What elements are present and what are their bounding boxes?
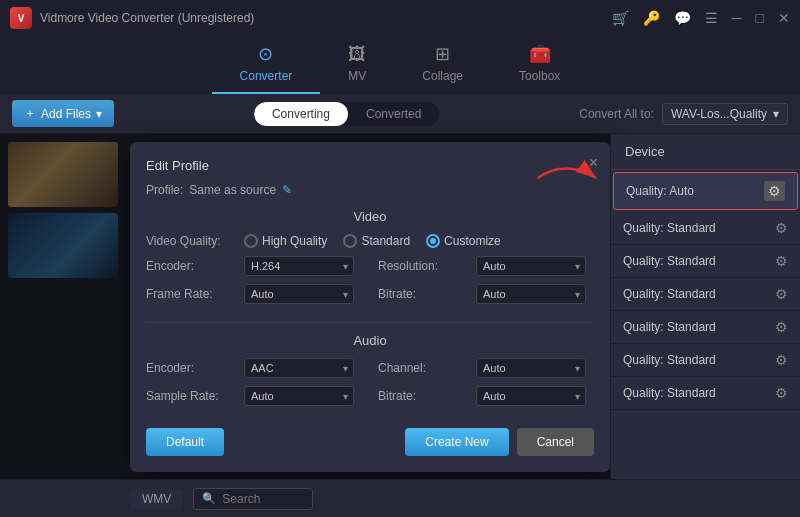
radio-standard[interactable]: Standard xyxy=(343,234,410,248)
encoder-select-wrapper: H.264 xyxy=(244,256,354,276)
audio-col-right: Channel: Auto Bitrate: Auto xyxy=(378,358,594,414)
tab-mv-label: MV xyxy=(348,69,366,83)
title-bar: V Vidmore Video Converter (Unregistered)… xyxy=(0,0,800,36)
gear-icon-0[interactable]: ⚙ xyxy=(764,181,785,201)
video-quality-row: Video Quality: High Quality Standard xyxy=(146,234,594,248)
channel-label: Channel: xyxy=(378,361,468,375)
gear-icon-2[interactable]: ⚙ xyxy=(775,253,788,269)
modal-close-button[interactable]: × xyxy=(589,154,598,172)
tab-mv[interactable]: 🖼 MV xyxy=(320,36,394,94)
modal-footer-right: Create New Cancel xyxy=(405,428,594,456)
search-icon: 🔍 xyxy=(202,492,216,505)
resolution-label: Resolution: xyxy=(378,259,468,273)
audio-encoder-select-wrapper: AAC xyxy=(244,358,354,378)
gear-icon-4[interactable]: ⚙ xyxy=(775,319,788,335)
frame-rate-select-wrapper: Auto xyxy=(244,284,354,304)
device-item-1[interactable]: Quality: Standard ⚙ xyxy=(611,212,800,245)
toolbar-left: ＋ Add Files ▾ xyxy=(12,100,114,127)
tab-converter[interactable]: ⊙ Converter xyxy=(212,36,321,94)
audio-bitrate-select-wrapper: Auto xyxy=(476,386,586,406)
sample-rate-label: Sample Rate: xyxy=(146,389,236,403)
profile-label: Profile: xyxy=(146,183,183,197)
gear-icon-3[interactable]: ⚙ xyxy=(775,286,788,302)
channel-row: Channel: Auto xyxy=(378,358,594,378)
app-title: Vidmore Video Converter (Unregistered) xyxy=(40,11,254,25)
video-bitrate-row: Bitrate: Auto xyxy=(378,284,594,304)
audio-encoder-label: Encoder: xyxy=(146,361,236,375)
menu-icon[interactable]: ☰ xyxy=(705,10,718,26)
sample-rate-row: Sample Rate: Auto xyxy=(146,386,362,406)
device-item-5[interactable]: Quality: Standard ⚙ xyxy=(611,344,800,377)
chat-icon[interactable]: 💬 xyxy=(674,10,691,26)
tab-collage[interactable]: ⊞ Collage xyxy=(394,36,491,94)
audio-bitrate-select[interactable]: Auto xyxy=(476,386,586,406)
radio-standard-label: Standard xyxy=(361,234,410,248)
search-input[interactable] xyxy=(222,492,302,506)
mv-icon: 🖼 xyxy=(348,44,366,65)
gear-icon-6[interactable]: ⚙ xyxy=(775,385,788,401)
video-form-two-col: Encoder: H.264 Frame Rate: Auto xyxy=(146,256,594,312)
sample-rate-select[interactable]: Auto xyxy=(244,386,354,406)
device-item-label-3: Quality: Standard xyxy=(623,287,716,301)
tab-converter-label: Converter xyxy=(240,69,293,83)
app-logo: V xyxy=(10,7,32,29)
plus-icon: ＋ xyxy=(24,105,36,122)
wmv-bar: WMV 🔍 xyxy=(0,479,800,517)
gear-icon-5[interactable]: ⚙ xyxy=(775,352,788,368)
close-icon[interactable]: ✕ xyxy=(778,10,790,26)
radio-high-quality[interactable]: High Quality xyxy=(244,234,327,248)
minimize-icon[interactable]: ─ xyxy=(732,10,742,26)
radio-customize-label: Customize xyxy=(444,234,501,248)
device-item-0[interactable]: Quality: Auto ⚙ xyxy=(613,172,798,210)
video-bitrate-label: Bitrate: xyxy=(378,287,468,301)
audio-bitrate-label: Bitrate: xyxy=(378,389,468,403)
tab-toolbox-label: Toolbox xyxy=(519,69,560,83)
audio-section-title: Audio xyxy=(146,333,594,348)
radio-circle-standard xyxy=(343,234,357,248)
maximize-icon[interactable]: □ xyxy=(756,10,764,26)
audio-encoder-select[interactable]: AAC xyxy=(244,358,354,378)
add-files-button[interactable]: ＋ Add Files ▾ xyxy=(12,100,114,127)
gear-icon-1[interactable]: ⚙ xyxy=(775,220,788,236)
modal-title: Edit Profile xyxy=(146,158,594,173)
radio-circle-high xyxy=(244,234,258,248)
device-item-6[interactable]: Quality: Standard ⚙ xyxy=(611,377,800,410)
toolbar: ＋ Add Files ▾ Converting Converted Conve… xyxy=(0,94,800,134)
encoder-row: Encoder: H.264 xyxy=(146,256,362,276)
edit-pencil-icon[interactable]: ✎ xyxy=(282,183,292,197)
video-quality-radio-group: High Quality Standard Customize xyxy=(244,234,501,248)
converting-tab-btn[interactable]: Converting xyxy=(254,102,348,126)
convert-all-label: Convert All to: xyxy=(579,107,654,121)
converted-tab-btn[interactable]: Converted xyxy=(348,102,439,126)
device-item-label-5: Quality: Standard xyxy=(623,353,716,367)
tab-toolbox[interactable]: 🧰 Toolbox xyxy=(491,36,588,94)
device-item-label-6: Quality: Standard xyxy=(623,386,716,400)
audio-encoder-row: Encoder: AAC xyxy=(146,358,362,378)
radio-high-quality-label: High Quality xyxy=(262,234,327,248)
default-button[interactable]: Default xyxy=(146,428,224,456)
encoder-select[interactable]: H.264 xyxy=(244,256,354,276)
channel-select[interactable]: Auto xyxy=(476,358,586,378)
video-quality-label: Video Quality: xyxy=(146,234,236,248)
resolution-select-wrapper: Auto xyxy=(476,256,586,276)
tab-switcher: Converting Converted xyxy=(254,102,439,126)
divider xyxy=(146,322,594,323)
video-bitrate-select[interactable]: Auto xyxy=(476,284,586,304)
radio-dot-customize xyxy=(430,238,436,244)
device-item-2[interactable]: Quality: Standard ⚙ xyxy=(611,245,800,278)
device-item-4[interactable]: Quality: Standard ⚙ xyxy=(611,311,800,344)
resolution-row: Resolution: Auto xyxy=(378,256,594,276)
edit-profile-modal: Edit Profile × Profile: Same as source ✎… xyxy=(130,142,610,472)
resolution-select[interactable]: Auto xyxy=(476,256,586,276)
video-col-left: Encoder: H.264 Frame Rate: Auto xyxy=(146,256,362,312)
create-new-button[interactable]: Create New xyxy=(405,428,508,456)
frame-rate-select[interactable]: Auto xyxy=(244,284,354,304)
radio-customize[interactable]: Customize xyxy=(426,234,501,248)
device-item-3[interactable]: Quality: Standard ⚙ xyxy=(611,278,800,311)
device-item-label-4: Quality: Standard xyxy=(623,320,716,334)
modal-footer: Default Create New Cancel xyxy=(146,428,594,456)
cancel-button[interactable]: Cancel xyxy=(517,428,594,456)
cart-icon[interactable]: 🛒 xyxy=(612,10,629,26)
key-icon[interactable]: 🔑 xyxy=(643,10,660,26)
convert-all-dropdown[interactable]: WAV-Los...Quality ▾ xyxy=(662,103,788,125)
